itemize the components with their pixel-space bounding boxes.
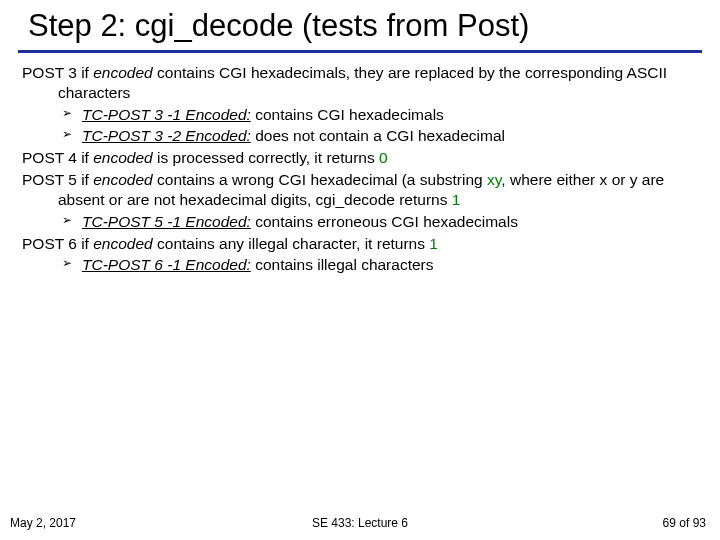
- slide: Step 2: cgi_decode (tests from Post) POS…: [0, 0, 720, 540]
- post-3-label: POST 3: [22, 64, 77, 81]
- slide-title: Step 2: cgi_decode (tests from Post): [0, 0, 720, 50]
- post-5-return: 1: [452, 191, 461, 208]
- post-4-label: POST 4: [22, 149, 77, 166]
- tc-post-3-1-rest: contains CGI hexadecimals: [251, 106, 444, 123]
- bullet-icon: ➢: [62, 214, 72, 226]
- post-5-text-a: if: [77, 171, 93, 188]
- footer-page: 69 of 93: [663, 516, 706, 530]
- post-3-encoded: encoded: [93, 64, 152, 81]
- post-6-text-a: if: [77, 235, 93, 252]
- post-6-label: POST 6: [22, 235, 77, 252]
- page-total: 93: [693, 516, 706, 530]
- post-6-sub-1: ➢ TC-POST 6 -1 Encoded: contains illegal…: [22, 255, 688, 275]
- post-6-return: 1: [429, 235, 438, 252]
- page-current: 69: [663, 516, 676, 530]
- post-5-line: POST 5 if encoded contains a wrong CGI h…: [22, 170, 688, 210]
- post-3-text-a: if: [77, 64, 93, 81]
- post-4-text-a: if: [77, 149, 93, 166]
- bullet-icon: ➢: [62, 128, 72, 140]
- footer-course: SE 433: Lecture 6: [0, 516, 720, 530]
- tc-post-3-2: TC-POST 3 -2 Encoded:: [82, 127, 251, 144]
- post-4-return: 0: [379, 149, 388, 166]
- post-5-xy: xy: [487, 171, 501, 188]
- page-sep: of: [676, 516, 693, 530]
- post-6-encoded: encoded: [93, 235, 152, 252]
- post-3-sub-1: ➢ TC-POST 3 -1 Encoded: contains CGI hex…: [22, 105, 688, 125]
- post-5-text-b: contains a wrong CGI hexadecimal (a subs…: [153, 171, 487, 188]
- post-5-label: POST 5: [22, 171, 77, 188]
- tc-post-5-1: TC-POST 5 -1 Encoded:: [82, 213, 251, 230]
- post-3-sub-2: ➢ TC-POST 3 -2 Encoded: does not contain…: [22, 126, 688, 146]
- post-3-line: POST 3 if encoded contains CGI hexadecim…: [22, 63, 688, 103]
- post-6-line: POST 6 if encoded contains any illegal c…: [22, 234, 688, 254]
- bullet-icon: ➢: [62, 107, 72, 119]
- post-6-text-b: contains any illegal character, it retur…: [153, 235, 430, 252]
- tc-post-6-1: TC-POST 6 -1 Encoded:: [82, 256, 251, 273]
- post-4-encoded: encoded: [93, 149, 152, 166]
- post-5-encoded: encoded: [93, 171, 152, 188]
- post-5-sub-1: ➢ TC-POST 5 -1 Encoded: contains erroneo…: [22, 212, 688, 232]
- tc-post-3-2-rest: does not contain a CGI hexadecimal: [251, 127, 505, 144]
- slide-body: POST 3 if encoded contains CGI hexadecim…: [0, 53, 720, 275]
- post-4-text-b: is processed correctly, it returns: [153, 149, 379, 166]
- tc-post-3-1: TC-POST 3 -1 Encoded:: [82, 106, 251, 123]
- tc-post-5-1-rest: contains erroneous CGI hexadecimals: [251, 213, 518, 230]
- footer: May 2, 2017 SE 433: Lecture 6 69 of 93: [0, 510, 720, 530]
- tc-post-6-1-rest: contains illegal characters: [251, 256, 434, 273]
- bullet-icon: ➢: [62, 257, 72, 269]
- post-4-line: POST 4 if encoded is processed correctly…: [22, 148, 688, 168]
